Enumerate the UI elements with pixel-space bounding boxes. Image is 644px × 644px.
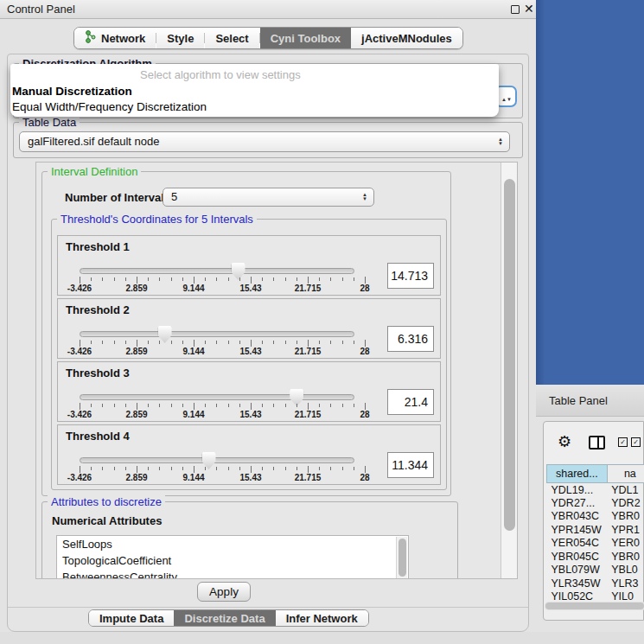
threshold-value-field[interactable]: 21.4 [387, 389, 434, 415]
tick-label: -3.426 [67, 347, 92, 356]
tick-label: 21.715 [295, 284, 322, 293]
close-icon[interactable]: ✕ [524, 2, 534, 16]
group-title: Attributes to discretize [48, 495, 165, 508]
tick-label: 15.43 [239, 347, 261, 356]
table-row[interactable]: YBR043CYBR0 [547, 510, 644, 524]
table-panel-title: Table Panel [549, 394, 608, 407]
checkbox-icon[interactable]: ✓ [618, 437, 628, 447]
table-cell[interactable]: YBL0 [607, 564, 644, 577]
tick-label: 21.715 [295, 410, 322, 419]
tick-label: 9.144 [182, 473, 204, 482]
tick-label: 15.43 [239, 284, 261, 293]
attribute-list-item[interactable]: TopologicalCoefficient [57, 552, 408, 569]
tick-label: 28 [360, 473, 369, 482]
dropdown-option-manual[interactable]: Manual Discretization [12, 85, 132, 98]
table-cell[interactable]: YER0 [607, 537, 644, 551]
table-cell[interactable]: YDR2 [607, 496, 644, 510]
tab-select[interactable]: Select [205, 28, 258, 48]
scrollbar-thumb[interactable] [504, 179, 515, 531]
tick-label: 15.43 [239, 473, 261, 482]
dropdown-option-equal-width[interactable]: Equal Width/Frequency Discretization [12, 100, 207, 113]
table-cell[interactable]: YER054C [547, 537, 608, 551]
tab-network[interactable]: Network [74, 28, 156, 48]
cyni-toolbox-panel: Discretization Algorithm ▲▼ Table Data g… [7, 54, 529, 632]
slider-track[interactable] [80, 331, 354, 337]
table-cell[interactable]: YBL079W [547, 564, 608, 577]
table-row[interactable]: YBL079WYBL0 [547, 564, 644, 577]
threshold-label: Threshold 1 [66, 240, 130, 253]
slider-tick-labels: -3.4262.8599.14415.4321.71528 [80, 347, 366, 357]
numerical-attributes-list[interactable]: SelfLoopsTopologicalCoefficientBetweenne… [56, 535, 409, 579]
table-cell[interactable]: YBR0 [607, 510, 644, 524]
threshold-label: Threshold 4 [66, 430, 130, 443]
table-row[interactable]: YBR045CYBR0 [547, 550, 644, 564]
apply-button[interactable]: Apply [197, 582, 251, 602]
table-row[interactable]: YPR145WYPR1 [547, 523, 644, 537]
scrollbar-thumb[interactable] [545, 603, 644, 609]
attributes-group: Attributes to discretize Numerical Attri… [41, 501, 458, 579]
list-scrollbar[interactable] [396, 537, 407, 579]
threshold-value-field[interactable]: 6.316 [387, 326, 434, 352]
panel-scrollbar[interactable] [501, 163, 518, 579]
table-cell[interactable]: YPR1 [607, 523, 644, 537]
table-cell[interactable]: YLR3 [607, 577, 644, 590]
threshold-panel: Threshold 1 -3.4262.8599.14415.4321.7152… [57, 235, 441, 296]
slider-track[interactable] [80, 457, 354, 463]
table-row[interactable]: YLR345WYLR3 [547, 577, 644, 590]
table-cell[interactable]: YPR145W [547, 523, 608, 537]
threshold-panel: Threshold 4 -3.4262.8599.14415.4321.7152… [57, 424, 441, 485]
columns-icon[interactable] [589, 436, 605, 450]
gear-icon[interactable]: ⚙ [558, 432, 571, 451]
tick-label: 2.859 [125, 473, 147, 482]
dropdown-prompt: Select algorithm to view settings [140, 68, 301, 81]
table-cell[interactable]: YDR27... [547, 496, 608, 510]
table-cell[interactable]: YBR043C [547, 510, 608, 524]
column-header-shared[interactable]: shared... [547, 465, 608, 483]
threshold-label: Threshold 3 [66, 367, 130, 379]
stepper-arrows-icon: ▲▼ [501, 91, 512, 104]
tab-impute-data[interactable]: Impute Data [89, 610, 174, 626]
tick-label: 2.859 [125, 347, 147, 356]
combobox-value: galFiltered.sif default node [28, 135, 159, 148]
bottom-tabbar: Impute Data Discretize Data Infer Networ… [88, 609, 369, 627]
number-of-intervals-combobox[interactable]: 5 ▲▼ [163, 188, 374, 207]
column-header-name[interactable]: na [607, 465, 644, 483]
table-cell[interactable]: YBR045C [547, 550, 608, 564]
app-root: Control Panel ✕ Network Style Select Cyn… [0, 0, 644, 644]
table-panel-titlebar: Table Panel [536, 385, 644, 417]
attribute-list-item[interactable]: SelfLoops [57, 536, 408, 552]
checkbox-icon[interactable]: ✓ [631, 437, 641, 447]
attribute-list-item[interactable]: BetweennessCentrality [57, 569, 408, 579]
threshold-value-field[interactable]: 14.713 [387, 263, 434, 289]
tab-cyni-toolbox[interactable]: Cyni Toolbox [260, 28, 351, 48]
threshold-panel: Threshold 2 -3.4262.8599.14415.4321.7152… [57, 298, 441, 359]
tick-label: -3.426 [67, 410, 92, 419]
table-data-group: Table Data galFiltered.sif default node … [13, 122, 523, 158]
float-window-icon[interactable] [511, 5, 520, 14]
table-row[interactable]: YDR27...YDR2 [547, 496, 644, 510]
tab-label: Network [101, 32, 145, 45]
tab-discretize-data[interactable]: Discretize Data [174, 610, 275, 626]
thresholds-group: Threshold's Coordinates for 5 Intervals … [51, 219, 447, 490]
tab-infer-network[interactable]: Infer Network [276, 610, 368, 626]
table-data-combobox[interactable]: galFiltered.sif default node ▲▼ [19, 131, 510, 152]
group-title: Table Data [19, 116, 80, 129]
table-row[interactable]: YDL19...YDL1 [547, 483, 644, 497]
node-table: shared... na YDL19...YDL1YDR27...YDR2YBR… [546, 464, 644, 603]
table-cell[interactable]: YBR0 [607, 550, 644, 564]
tick-label: 15.43 [239, 410, 261, 419]
table-cell[interactable]: YLR345W [547, 577, 608, 590]
tab-style[interactable]: Style [156, 28, 204, 48]
threshold-value-field[interactable]: 11.344 [387, 452, 434, 478]
settings-scroll-panel: Interval Definition Number of Intervals … [35, 162, 518, 579]
tick-label: 21.715 [295, 347, 322, 356]
table-cell[interactable]: YDL1 [607, 483, 644, 497]
control-panel-titlebar: Control Panel ✕ [0, 0, 536, 19]
group-title: Threshold's Coordinates for 5 Intervals [57, 213, 257, 226]
slider-track[interactable] [80, 268, 354, 274]
slider-track[interactable] [80, 394, 354, 400]
tab-jactivemnodules[interactable]: jActiveMNodules [351, 28, 462, 48]
table-cell[interactable]: YDL19... [547, 483, 608, 497]
table-row[interactable]: YER054CYER0 [547, 537, 644, 551]
table-h-scrollbar[interactable] [545, 602, 644, 610]
